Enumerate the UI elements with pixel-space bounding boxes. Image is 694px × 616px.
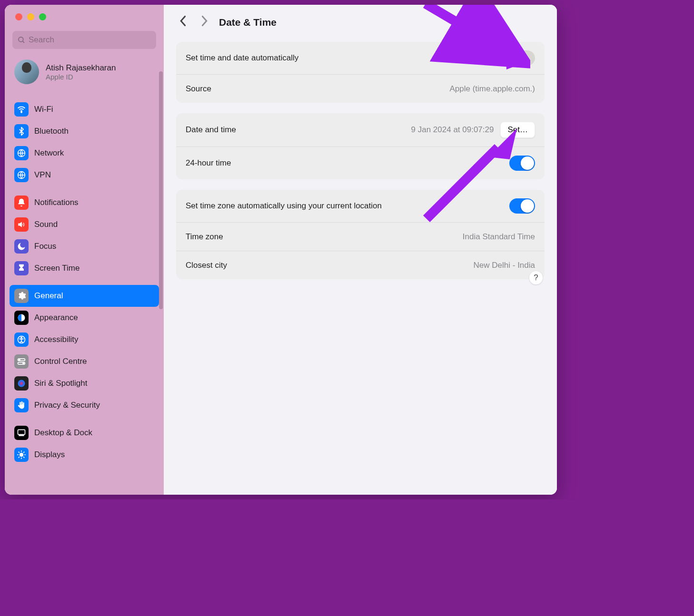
zone-label: Time zone [186, 232, 223, 242]
vpn-icon [14, 168, 29, 182]
sidebar-item-privacy-security[interactable]: Privacy & Security [10, 394, 159, 416]
close-window-button[interactable] [15, 13, 22, 20]
speaker-icon [14, 217, 29, 232]
wifi-icon [14, 102, 29, 117]
sidebar-list: Wi-FiBluetoothNetworkVPNNotificationsSou… [5, 93, 164, 495]
window-controls [5, 13, 164, 20]
city-value: New Delhi - India [474, 261, 535, 270]
sidebar-item-label: Focus [34, 242, 56, 251]
row-source: Source Apple (time.apple.com.) [176, 74, 545, 103]
card-datetime: Date and time 9 Jan 2024 at 09:07:29 Set… [176, 113, 545, 179]
sidebar-item-desktop-dock[interactable]: Desktop & Dock [10, 422, 159, 444]
sidebar-item-displays[interactable]: Displays [10, 444, 159, 466]
svg-point-0 [19, 37, 23, 42]
sidebar-item-sound[interactable]: Sound [10, 214, 159, 235]
apple-id-profile[interactable]: Atish Rajasekharan Apple ID [5, 57, 164, 93]
datetime-value: 9 Jan 2024 at 09:07:29 [411, 125, 494, 135]
sidebar-scrollbar[interactable] [159, 71, 163, 309]
svg-rect-14 [19, 435, 24, 436]
sidebar-item-appearance[interactable]: Appearance [10, 307, 159, 329]
sidebar-item-vpn[interactable]: VPN [10, 164, 159, 186]
sidebar-item-siri-spotlight[interactable]: Siri & Spotlight [10, 372, 159, 394]
h24-toggle[interactable] [509, 156, 535, 171]
row-auto-time: Set time and date automatically [176, 42, 545, 74]
siri-icon [14, 376, 29, 391]
sidebar-item-accessibility[interactable]: Accessibility [10, 329, 159, 351]
source-label: Source [186, 84, 211, 94]
sidebar-item-label: Privacy & Security [34, 401, 100, 410]
help-button[interactable]: ? [529, 271, 543, 284]
search-icon [17, 36, 26, 44]
moon-icon [14, 239, 29, 254]
sidebar-item-label: VPN [34, 170, 51, 180]
sidebar-item-label: Notifications [34, 198, 79, 207]
profile-name: Atish Rajasekharan [46, 63, 116, 73]
city-label: Closest city [186, 261, 227, 270]
sidebar-item-label: Screen Time [34, 264, 79, 273]
sidebar-item-label: Wi-Fi [34, 105, 53, 114]
auto-time-label: Set time and date automatically [186, 53, 298, 63]
content: Set time and date automatically Source A… [164, 40, 557, 292]
network-icon [14, 146, 29, 160]
bell-icon [14, 196, 29, 210]
gear-icon [14, 289, 29, 303]
search-input[interactable] [29, 35, 151, 45]
minimize-window-button[interactable] [27, 13, 34, 20]
datetime-label: Date and time [186, 125, 236, 135]
card-timezone: Set time zone automatically using your c… [176, 190, 545, 279]
row-auto-zone: Set time zone automatically using your c… [176, 190, 545, 222]
set-datetime-button[interactable]: Set… [500, 122, 535, 138]
displays-icon [14, 448, 29, 462]
back-button[interactable] [177, 13, 189, 31]
card-time-source: Set time and date automatically Source A… [176, 42, 545, 103]
row-datetime: Date and time 9 Jan 2024 at 09:07:29 Set… [176, 113, 545, 147]
svg-point-12 [18, 380, 25, 387]
chevron-left-icon [179, 15, 188, 27]
sidebar-item-notifications[interactable]: Notifications [10, 192, 159, 214]
sidebar-item-label: Network [34, 148, 64, 158]
svg-rect-13 [18, 430, 25, 434]
accessibility-icon [14, 332, 29, 347]
page-title: Date & Time [219, 17, 277, 28]
maximize-window-button[interactable] [39, 13, 46, 20]
row-24hour: 24-hour time [176, 147, 545, 179]
profile-sublabel: Apple ID [46, 73, 116, 81]
zone-value: India Standard Time [463, 232, 535, 242]
sidebar-item-network[interactable]: Network [10, 142, 159, 164]
header: Date & Time [164, 5, 557, 40]
sidebar-item-label: Sound [34, 220, 58, 229]
sidebar-item-label: Accessibility [34, 335, 79, 344]
appearance-icon [14, 311, 29, 325]
sidebar-item-label: General [34, 291, 63, 301]
sidebar-item-control-centre[interactable]: Control Centre [10, 351, 159, 372]
sidebar: Atish Rajasekharan Apple ID Wi-FiBluetoo… [5, 5, 164, 495]
settings-window: Atish Rajasekharan Apple ID Wi-FiBluetoo… [5, 5, 557, 495]
auto-zone-toggle[interactable] [509, 198, 535, 214]
main-panel: Date & Time Set time and date automatica… [164, 5, 557, 495]
sidebar-item-label: Displays [34, 450, 65, 460]
chevron-right-icon [200, 15, 208, 27]
sidebar-item-general[interactable]: General [10, 285, 159, 307]
svg-point-2 [21, 112, 22, 113]
sidebar-item-label: Bluetooth [34, 127, 69, 136]
auto-zone-label: Set time zone automatically using your c… [186, 201, 382, 211]
dock-icon [14, 426, 29, 440]
sidebar-item-wi-fi[interactable]: Wi-Fi [10, 98, 159, 120]
svg-line-1 [23, 41, 24, 43]
sidebar-item-label: Control Centre [34, 357, 87, 366]
sidebar-item-focus[interactable]: Focus [10, 235, 159, 257]
forward-button[interactable] [198, 13, 210, 31]
h24-label: 24-hour time [186, 158, 231, 168]
sidebar-item-label: Appearance [34, 313, 78, 323]
sidebar-item-label: Desktop & Dock [34, 428, 92, 438]
hourglass-icon [14, 261, 29, 275]
sidebar-item-bluetooth[interactable]: Bluetooth [10, 120, 159, 142]
svg-point-9 [19, 359, 20, 361]
row-zone: Time zone India Standard Time [176, 222, 545, 251]
sidebar-item-screen-time[interactable]: Screen Time [10, 257, 159, 279]
search-field[interactable] [12, 31, 156, 49]
svg-point-15 [20, 453, 23, 457]
row-city: Closest city New Delhi - India [176, 251, 545, 279]
switches-icon [14, 354, 29, 369]
auto-time-toggle[interactable] [509, 50, 535, 66]
